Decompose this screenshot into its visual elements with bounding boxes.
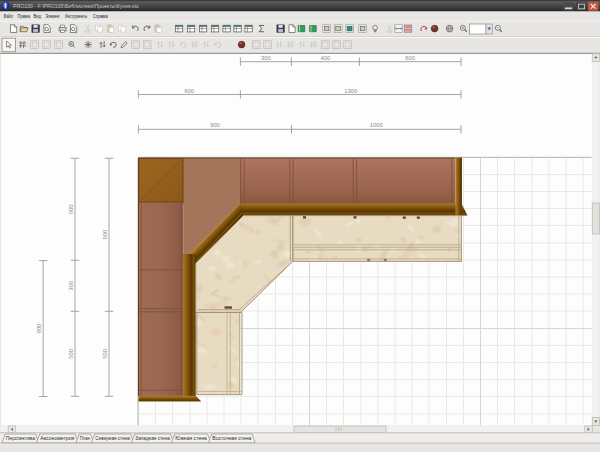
svg-text:Файл: Файл <box>4 13 13 19</box>
svg-text:600: 600 <box>185 88 195 94</box>
svg-text:Южная стена: Южная стена <box>175 435 207 441</box>
svg-text:Западная стена: Западная стена <box>135 435 170 441</box>
svg-text:900: 900 <box>102 230 108 240</box>
svg-text:800: 800 <box>36 324 42 334</box>
svg-text:Элемент: Элемент <box>46 13 61 19</box>
svg-text:300: 300 <box>261 55 271 61</box>
svg-text:600: 600 <box>68 204 74 214</box>
svg-text:Вид: Вид <box>34 13 41 19</box>
svg-text:Перспектива: Перспектива <box>6 435 36 441</box>
svg-text:500: 500 <box>68 349 74 359</box>
svg-text:600: 600 <box>405 55 415 61</box>
svg-text:Северная стена: Северная стена <box>95 435 130 441</box>
svg-text:1000: 1000 <box>370 122 383 128</box>
svg-text:Правка: Правка <box>18 13 30 19</box>
svg-text:План: План <box>80 435 90 441</box>
svg-text:500: 500 <box>102 349 108 359</box>
svg-text:300: 300 <box>68 281 74 291</box>
svg-text:Аксонометрия: Аксонометрия <box>40 435 74 441</box>
svg-text:Восточная стена: Восточная стена <box>212 435 252 441</box>
svg-text:900: 900 <box>210 122 220 128</box>
svg-text:Инструменты: Инструменты <box>65 13 87 19</box>
svg-text:400: 400 <box>321 55 331 61</box>
svg-text:PRO100 - F:\PRO100\Библиотеки\: PRO100 - F:\PRO100\Библиотеки\Проекты\Ку… <box>13 3 140 9</box>
svg-text:1300: 1300 <box>344 88 357 94</box>
svg-text:Справка: Справка <box>93 13 108 19</box>
